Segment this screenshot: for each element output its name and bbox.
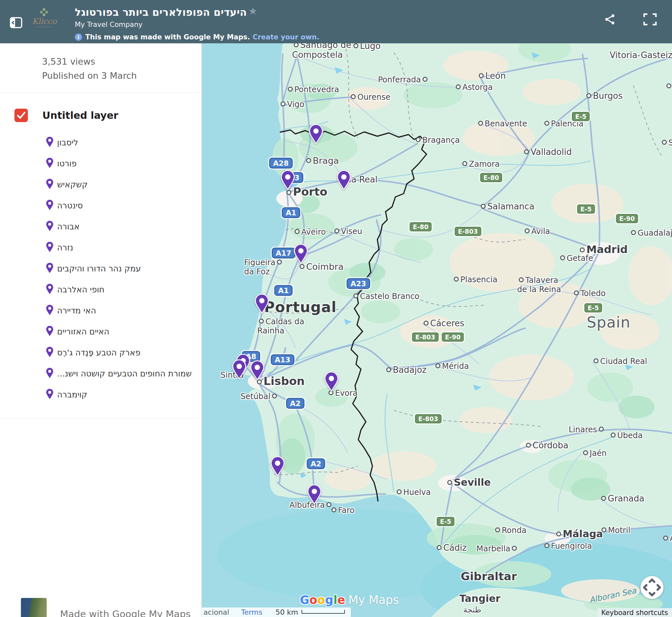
map-city-label: Córdoba: [524, 440, 568, 450]
city-dot: [435, 363, 440, 368]
map-city-label: Benavente: [476, 119, 527, 128]
place-name: עמק נהר הדורו והיקבים: [57, 264, 141, 273]
map-pin[interactable]: [270, 456, 285, 478]
list-item[interactable]: אבורה: [0, 216, 202, 237]
list-item[interactable]: פורטו: [0, 153, 202, 174]
logo-text: Klicco: [32, 17, 56, 26]
layer-items-list: ליסבון פורטו קשקאיש סינטרה אבורה נזרה עמ…: [0, 132, 202, 405]
star-icon[interactable]: ★: [248, 5, 257, 17]
map-pin[interactable]: [280, 170, 295, 192]
place-name: קשקאיש: [57, 180, 87, 189]
map-city-label: Jaén: [582, 449, 607, 458]
map-city-label: Motril: [600, 526, 630, 535]
map-pin[interactable]: [307, 484, 322, 506]
road-shield: E-80: [480, 173, 502, 182]
road-shield: E-90: [616, 214, 638, 223]
city-dot: [663, 536, 668, 541]
map-pin[interactable]: [293, 244, 308, 265]
map-city-label: Ávila: [523, 227, 550, 236]
map-city-label: Lugo: [352, 43, 381, 51]
list-item[interactable]: האי מדיירה: [0, 300, 202, 321]
city-dot: [662, 140, 667, 145]
list-item[interactable]: פארק הטבע פֶּנֶדה ג'רֶס: [0, 342, 202, 363]
published-date: Published on 3 March: [42, 70, 202, 81]
divider: [0, 92, 202, 93]
list-item[interactable]: שמורת החופים הטבעיים קושטה וישנ...: [0, 363, 202, 384]
map-city-label: Getafe: [558, 254, 593, 263]
map-city-label: Sori: [660, 138, 672, 147]
map-city-label: Log: [665, 82, 672, 91]
city-dot: [525, 228, 529, 233]
terms-link[interactable]: Terms: [241, 608, 262, 616]
road-shield: E-803: [412, 333, 439, 342]
map-city-label: Bragança: [414, 136, 460, 145]
layer-visibility-checkbox[interactable]: [14, 109, 28, 122]
road-shield: E-5: [585, 303, 602, 313]
road-shield: A17: [272, 248, 295, 259]
map-city-label: Zamora: [461, 160, 500, 169]
create-your-own-link[interactable]: Create your own.: [253, 33, 319, 41]
map-pin[interactable]: [232, 359, 247, 381]
info-text: This map was made with Google My Maps.: [85, 33, 250, 41]
map-city-label: León: [477, 71, 506, 81]
place-pin-icon: [45, 346, 54, 359]
list-item[interactable]: ליסבון: [0, 132, 202, 153]
list-item[interactable]: עמק נהר הדורו והיקבים: [0, 258, 202, 279]
road-shield: E-5: [572, 112, 590, 121]
city-dot: [288, 87, 293, 91]
map-pin[interactable]: [324, 372, 339, 393]
city-dot: [580, 247, 585, 252]
place-pin-icon: [45, 325, 54, 338]
list-item[interactable]: חופי האלרבה: [0, 279, 202, 300]
map-pin[interactable]: [254, 294, 269, 316]
map-city-label: la Real: [349, 175, 377, 184]
list-item[interactable]: קשקאיש: [0, 174, 202, 195]
map-city-label: Caldas daRainha: [257, 317, 304, 336]
map-city-label: Málaga: [554, 528, 603, 540]
map-city-label: Setúbal: [240, 392, 278, 401]
place-name: האי מדיירה: [57, 306, 96, 316]
map-city-label: Viseu: [333, 227, 362, 236]
place-pin-icon: [45, 241, 54, 254]
city-dot: [306, 158, 311, 163]
city-dot: [437, 545, 442, 550]
place-name: פורטו: [57, 159, 77, 168]
map-pin[interactable]: [336, 170, 352, 192]
map-city-label: Cáceres: [422, 318, 464, 328]
map-city-label: Guadalajara: [629, 228, 672, 238]
city-dot: [574, 290, 579, 295]
city-dot: [280, 101, 285, 106]
list-item[interactable]: נזרה: [0, 237, 202, 258]
map-pin[interactable]: [308, 124, 323, 146]
list-item[interactable]: קוימברה: [0, 384, 202, 405]
list-item[interactable]: האיים האזוריים: [0, 321, 202, 342]
map-city-label: Figueirada Foz: [244, 258, 283, 276]
road-shield: E-90: [442, 333, 464, 342]
road-shield: E-80: [410, 222, 432, 231]
city-dot: [462, 161, 467, 166]
place-name: קוימברה: [57, 390, 87, 399]
collapse-sidebar-icon[interactable]: [10, 17, 22, 28]
list-item[interactable]: סינטרה: [0, 195, 202, 216]
basemap-preview-thumbnail[interactable]: [21, 598, 47, 617]
fullscreen-icon[interactable]: [643, 13, 657, 26]
share-icon[interactable]: [604, 13, 616, 26]
city-dot: [556, 532, 561, 537]
views-count: 3,531 views: [42, 56, 202, 67]
pan-control[interactable]: [641, 576, 663, 599]
map-pin[interactable]: [250, 360, 265, 382]
map-city-label: Seville: [446, 476, 491, 488]
city-dot: [295, 229, 299, 234]
clover-logo-icon: [32, 7, 56, 17]
map-city-label: Salamanca: [479, 202, 534, 211]
map-canvas[interactable]: LugoSantiago deCompostelaPontevedraVigoO…: [202, 43, 672, 617]
city-dot: [277, 260, 282, 264]
road-shield: E-803: [455, 227, 481, 236]
city-dot: [354, 43, 358, 48]
company-logo[interactable]: Klicco: [32, 7, 56, 38]
map-city-label: Valladolid: [522, 147, 572, 157]
map-city-label: Santiago deCompostela: [292, 43, 351, 60]
made-with-label: Made with Google My Maps: [60, 608, 191, 617]
keyboard-shortcuts-button[interactable]: Keyboard shortcuts: [598, 608, 672, 617]
map-city-label: Ponferrada: [378, 75, 429, 84]
